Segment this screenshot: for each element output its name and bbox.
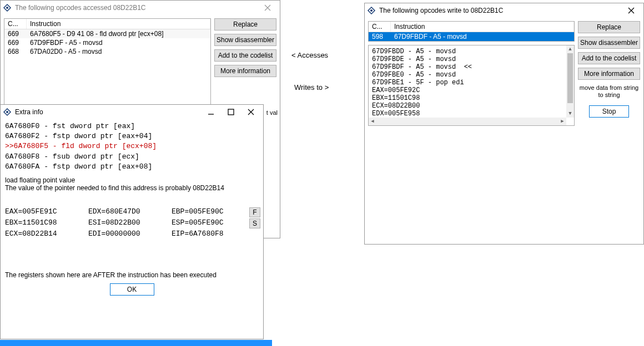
- reg-esi: ESI=08D22B00: [88, 218, 172, 228]
- show-disassembler-button[interactable]: Show disassembler: [214, 34, 276, 46]
- titlebar[interactable]: Extra info: [1, 105, 263, 119]
- vertical-scrollbar[interactable]: ▲ ▼: [566, 45, 574, 118]
- replace-button[interactable]: Replace: [214, 18, 276, 30]
- scroll-down-icon[interactable]: ▼: [566, 110, 574, 118]
- more-information-button[interactable]: More information: [578, 68, 640, 80]
- registers-footer-note: The registers shown here are AFTER the i…: [5, 271, 259, 279]
- titlebar[interactable]: The following opcodes write to 08D22B1C: [365, 3, 643, 18]
- reg-edx: EDX=680E47D0: [88, 207, 172, 217]
- opcode-row[interactable]: 668 67DA02D0 - A5 - movsd: [4, 47, 210, 56]
- opcode-list[interactable]: C... Instruction 598 67D9FBDF - A5 - mov…: [368, 21, 575, 42]
- opcode-row[interactable]: 669 67D9FBDF - A5 - movsd: [4, 38, 210, 47]
- column-instruction[interactable]: Instruction: [391, 22, 574, 32]
- fpu-button[interactable]: F: [249, 207, 260, 217]
- close-icon[interactable]: [621, 4, 641, 17]
- scroll-right-icon[interactable]: ▶: [559, 118, 566, 125]
- background-fragment: [0, 340, 272, 346]
- cheat-engine-icon: [367, 6, 376, 15]
- cheat-engine-icon: [3, 108, 12, 116]
- scroll-left-icon[interactable]: ◀: [369, 118, 376, 125]
- scroll-thumb[interactable]: [567, 53, 573, 103]
- reg-esp: ESP=005FE90C: [172, 218, 249, 228]
- stack-button[interactable]: S: [249, 218, 260, 228]
- window-title: The following opcodes write to 08D22B1C: [379, 7, 621, 14]
- add-to-codelist-button[interactable]: Add to the codelist: [214, 49, 276, 62]
- hint-fragment: t val: [266, 109, 278, 116]
- replace-button[interactable]: Replace: [578, 21, 640, 33]
- scroll-up-icon[interactable]: ▲: [566, 45, 574, 53]
- reg-eax: EAX=005FE91C: [5, 207, 88, 217]
- disassembly-context: 6A7680F0 - fst dword ptr [eax] 6A7680F2 …: [5, 121, 259, 172]
- pointer-hint: The value of the pointer needed to find …: [5, 184, 259, 192]
- opcode-row[interactable]: 598 67D9FBDF - A5 - movsd: [369, 32, 574, 41]
- registers-grid: EAX=005FE91C EDX=680E47D0 EBP=005FE90C F…: [5, 207, 259, 238]
- opcode-description: load floating point value: [5, 176, 259, 184]
- more-information-button[interactable]: More information: [214, 65, 276, 77]
- window-title: The following opcodes accessed 08D22B1C: [15, 4, 258, 12]
- close-icon[interactable]: [258, 1, 278, 14]
- reg-ecx: ECX=08D22B14: [5, 230, 88, 238]
- opcode-list[interactable]: C... Instruction 669 6A7680F5 - D9 41 08…: [4, 18, 211, 107]
- cheat-engine-icon: [3, 3, 12, 12]
- show-disassembler-button[interactable]: Show disassembler: [578, 37, 640, 49]
- reg-ebx: EBX=11501C98: [5, 218, 88, 228]
- stop-button[interactable]: Stop: [589, 105, 629, 118]
- opcode-row[interactable]: 669 6A7680F5 - D9 41 08 - fld dword ptr …: [4, 29, 210, 38]
- svg-point-3: [370, 9, 373, 12]
- reg-ebp: EBP=005FE90C: [172, 207, 249, 217]
- add-to-codelist-button[interactable]: Add to the codelist: [578, 52, 640, 64]
- writes-label: Writes to >: [294, 83, 329, 91]
- ok-button[interactable]: OK: [110, 283, 154, 296]
- svg-point-0: [6, 7, 8, 9]
- column-count[interactable]: C...: [4, 19, 27, 29]
- close-icon[interactable]: [241, 105, 261, 119]
- disassembly-preview[interactable]: 67D9FBDD - A5 - movsd 67D9FBDE - A5 - mo…: [368, 45, 575, 126]
- horizontal-scrollbar[interactable]: ◀ ▶: [369, 118, 566, 125]
- svg-point-1: [6, 111, 8, 113]
- reg-edi: EDI=00000000: [88, 230, 172, 238]
- opcode-hint: move data from string to string: [578, 84, 640, 99]
- minimize-icon[interactable]: [201, 105, 221, 119]
- maximize-icon[interactable]: [221, 105, 241, 119]
- titlebar[interactable]: The following opcodes accessed 08D22B1C: [1, 1, 280, 15]
- accesses-label: < Accesses: [291, 51, 328, 59]
- column-count[interactable]: C...: [369, 22, 391, 32]
- extra-info-window: Extra info 6A7680F0 - fst dword ptr [eax…: [0, 104, 264, 339]
- svg-rect-2: [228, 109, 234, 115]
- opcodes-write-window: The following opcodes write to 08D22B1C …: [364, 3, 644, 245]
- window-title: Extra info: [15, 108, 201, 116]
- column-instruction[interactable]: Instruction: [27, 19, 210, 29]
- reg-eip: EIP=6A7680F8: [172, 230, 249, 238]
